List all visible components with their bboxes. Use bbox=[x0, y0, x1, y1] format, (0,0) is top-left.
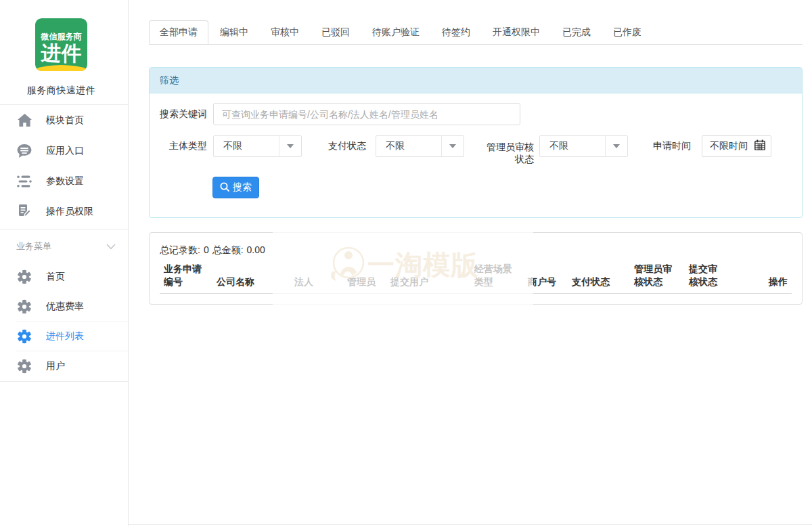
search-button[interactable]: 搜索 bbox=[212, 177, 259, 198]
logo-line2-text: 进件 bbox=[41, 42, 82, 64]
tab-label: 已完成 bbox=[551, 20, 602, 44]
sidebar-item-label: 用户 bbox=[46, 360, 65, 372]
chevron-down-icon bbox=[106, 240, 116, 253]
home-icon bbox=[16, 112, 32, 129]
sidebar-item-operator-permissions[interactable]: 操作员权限 bbox=[0, 196, 128, 227]
sidebar-item-label: 参数设置 bbox=[46, 175, 84, 188]
footer-divider bbox=[128, 524, 812, 525]
sidebar-group-label: 业务菜单 bbox=[16, 240, 106, 253]
col-submit-audit-status: 提交审核状态 bbox=[685, 261, 727, 294]
tab-label: 开通权限中 bbox=[482, 20, 551, 44]
tab-voided[interactable]: 已作废 bbox=[602, 20, 653, 44]
date-picker-value: 不限时间 bbox=[710, 140, 754, 152]
sidebar-menu-end-divider bbox=[0, 381, 128, 382]
col-business-scene-type: 经营场景类型 bbox=[470, 261, 524, 294]
keyword-label: 搜索关键词 bbox=[160, 108, 207, 120]
sidebar-item-label: 首页 bbox=[46, 271, 65, 283]
gear-icon bbox=[16, 269, 32, 285]
tab-label: 全部申请 bbox=[149, 20, 208, 44]
admin-audit-status-select[interactable]: 不限 bbox=[539, 135, 628, 157]
sidebar-item-label: 应用入口 bbox=[46, 145, 84, 157]
tab-label: 待账户验证 bbox=[361, 20, 430, 44]
caret-down-icon bbox=[605, 136, 627, 156]
list-icon bbox=[16, 173, 32, 190]
tab-all-applications[interactable]: 全部申请 bbox=[149, 20, 209, 44]
sidebar-item-label: 优惠费率 bbox=[46, 301, 84, 313]
caret-triangle bbox=[287, 144, 294, 148]
col-admin-audit-status: 管理员审核状态 bbox=[630, 261, 685, 294]
col-legal-person: 法人 bbox=[290, 261, 343, 294]
tab-rejected[interactable]: 已驳回 bbox=[311, 20, 361, 44]
tab-pending-signing[interactable]: 待签约 bbox=[431, 20, 482, 44]
select-value: 不限 bbox=[214, 136, 279, 156]
gear-icon bbox=[16, 358, 32, 374]
sidebar-item-label: 进件列表 bbox=[46, 330, 84, 343]
col-merchant-id: 商户号 bbox=[524, 261, 568, 294]
filter-panel-title: 筛选 bbox=[150, 68, 802, 93]
search-icon bbox=[220, 182, 229, 194]
logo-line1-text: 微信服务商 bbox=[41, 32, 82, 41]
main-content: 全部申请 编辑中 审核中 已驳回 待账户验证 待签约 开通权限中 已完成 已作废… bbox=[129, 0, 812, 526]
caret-down-icon bbox=[441, 136, 464, 156]
table-header-row: 业务申请编号 公司名称 法人 管理员 提交用户 经营场景类型 商户号 支付状态 … bbox=[160, 261, 792, 294]
sidebar-item-label: 模块首页 bbox=[46, 114, 84, 127]
subject-type-select[interactable]: 不限 bbox=[213, 135, 302, 157]
sidebar: 微信服务商 进件 服务商快速进件 模块首页 应用入口 bbox=[0, 0, 129, 526]
sidebar-item-module-home[interactable]: 模块首页 bbox=[0, 105, 128, 135]
col-admin: 管理员 bbox=[343, 261, 386, 294]
tab-opening-permissions[interactable]: 开通权限中 bbox=[482, 20, 551, 44]
caret-triangle bbox=[449, 144, 456, 148]
sidebar-item-application-list[interactable]: 进件列表 bbox=[0, 322, 128, 351]
sidebar-item-label: 操作员权限 bbox=[46, 206, 93, 218]
gear-icon bbox=[16, 299, 32, 315]
document-edit-icon bbox=[16, 204, 32, 220]
tab-editing[interactable]: 编辑中 bbox=[209, 20, 260, 44]
sidebar-item-home[interactable]: 首页 bbox=[0, 262, 128, 292]
col-submit-user: 提交用户 bbox=[386, 261, 470, 294]
keyword-input[interactable] bbox=[213, 103, 520, 125]
select-value: 不限 bbox=[540, 136, 605, 156]
sidebar-group-business-menu[interactable]: 业务菜单 bbox=[0, 229, 128, 262]
total-amount-label: 总金额: bbox=[212, 244, 244, 255]
total-records-label: 总记录数: bbox=[160, 244, 200, 255]
col-actions: 操作 bbox=[727, 261, 792, 294]
status-tabs: 全部申请 编辑中 审核中 已驳回 待账户验证 待签约 开通权限中 已完成 已作废 bbox=[149, 20, 803, 45]
col-company-name: 公司名称 bbox=[212, 261, 290, 294]
col-pay-status: 支付状态 bbox=[568, 261, 630, 294]
pay-status-select[interactable]: 不限 bbox=[376, 135, 464, 157]
tab-label: 已作废 bbox=[602, 20, 652, 44]
subject-type-label: 主体类型 bbox=[160, 140, 207, 152]
apply-time-label: 申请时间 bbox=[628, 140, 691, 152]
results-table: 业务申请编号 公司名称 法人 管理员 提交用户 经营场景类型 商户号 支付状态 … bbox=[160, 261, 792, 294]
col-application-id: 业务申请编号 bbox=[160, 261, 212, 294]
tab-pending-account-verification[interactable]: 待账户验证 bbox=[361, 20, 431, 44]
tab-completed[interactable]: 已完成 bbox=[551, 20, 602, 44]
tab-under-review[interactable]: 审核中 bbox=[260, 20, 311, 44]
sidebar-item-parameters[interactable]: 参数设置 bbox=[0, 166, 128, 196]
sidebar-item-users[interactable]: 用户 bbox=[0, 351, 128, 381]
admin-audit-status-label: 管理员审核状态 bbox=[464, 141, 534, 165]
results-summary: 总记录数:0总金额:0.00 bbox=[160, 243, 792, 257]
gear-icon bbox=[16, 328, 32, 345]
tab-label: 已驳回 bbox=[311, 20, 361, 44]
tab-label: 审核中 bbox=[260, 20, 310, 44]
sidebar-subtitle: 服务商快速进件 bbox=[0, 85, 128, 97]
pay-status-label: 支付状态 bbox=[302, 140, 366, 152]
filter-panel: 筛选 搜索关键词 主体类型 不限 支付状态 不限 管理员审核状态 不限 bbox=[149, 67, 803, 218]
results-panel: 总记录数:0总金额:0.00 业务申请编号 公司名称 法人 管理员 提交用户 bbox=[149, 232, 803, 305]
total-records-value: 0 bbox=[200, 244, 212, 255]
select-value: 不限 bbox=[376, 136, 441, 156]
app-logo: 微信服务商 进件 bbox=[35, 18, 87, 74]
caret-triangle bbox=[613, 144, 620, 148]
calendar-icon bbox=[754, 139, 765, 153]
sidebar-item-discount-rate[interactable]: 优惠费率 bbox=[0, 292, 128, 322]
search-button-label: 搜索 bbox=[233, 181, 252, 194]
total-amount-value: 0.00 bbox=[244, 244, 269, 255]
tab-label: 编辑中 bbox=[209, 20, 259, 44]
sidebar-item-app-entry[interactable]: 应用入口 bbox=[0, 135, 128, 166]
chat-icon bbox=[16, 143, 32, 159]
tab-label: 待签约 bbox=[431, 20, 481, 44]
caret-down-icon bbox=[279, 136, 301, 156]
apply-time-picker[interactable]: 不限时间 bbox=[702, 135, 771, 157]
